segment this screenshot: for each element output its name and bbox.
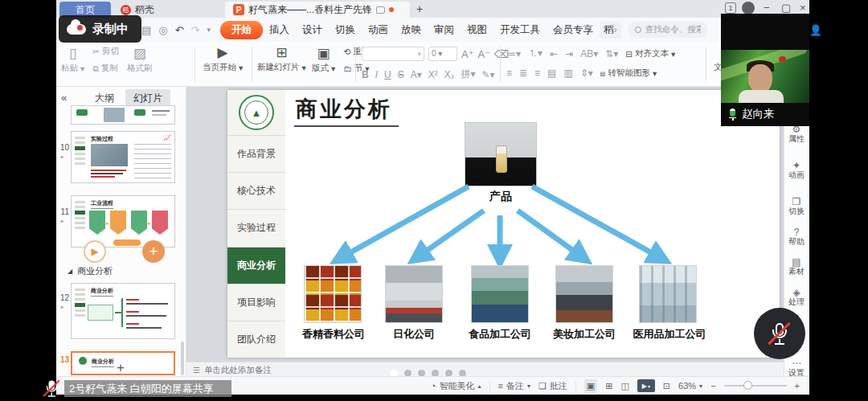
print-preview-icon[interactable]: ◎ [158, 25, 167, 35]
collapse-panel-button[interactable]: « [61, 92, 67, 104]
superscript-button[interactable]: X² [428, 69, 438, 80]
tab-document[interactable]: P 籽气蒸来——...香料生产先锋 [225, 2, 410, 18]
video-call-panel[interactable]: 赵向来 [721, 14, 809, 126]
close-button[interactable]: × [800, 2, 806, 13]
font-size-select[interactable]: 0 ▾ [428, 47, 457, 61]
panel-assets-button[interactable]: ▤ 素材 [784, 257, 809, 276]
layout-button[interactable]: ▣ 版式▾ [312, 47, 335, 74]
slideshow-play-button[interactable]: ▶▾ [637, 379, 655, 392]
outline-tab[interactable]: 大纲 [95, 92, 114, 105]
company-image-fragrance [304, 265, 362, 323]
paste-button[interactable]: ▯ 粘贴▾ [61, 47, 84, 74]
panel-settings-button[interactable]: ⋯ 设置 [784, 358, 809, 377]
redo-icon[interactable]: ↷ [191, 25, 200, 35]
menu-tab-review[interactable]: 审阅 [428, 21, 461, 39]
highlight-button[interactable]: ✎▾ [481, 69, 494, 80]
panel-properties-label: 属性 [784, 134, 809, 143]
slide-sorter-view-button[interactable]: ⊞ [605, 381, 612, 391]
align-center-icon[interactable]: ≣ [519, 68, 527, 79]
decrease-indent-button[interactable]: ⇤ [550, 48, 558, 59]
minimize-button[interactable]: − [764, 2, 770, 13]
menu-tab-devtools[interactable]: 开发工具 [493, 21, 547, 39]
distribute-icon[interactable]: ▥ [563, 68, 572, 79]
decrease-font-icon[interactable]: A⁻ [478, 49, 491, 59]
zoom-slider-knob[interactable] [743, 381, 752, 390]
slide-thumbnail-12[interactable]: 商业分析 [71, 283, 175, 339]
add-slide-float-button[interactable]: + [142, 240, 165, 263]
print-icon[interactable]: ▤ [141, 25, 151, 35]
char-spacing-button[interactable]: ⇅▾ [605, 48, 618, 59]
menu-tab-animation[interactable]: 动画 [362, 21, 395, 39]
customize-qat-chevron-icon[interactable]: ▾ [207, 27, 211, 34]
notes-toggle-button[interactable]: ≡ 备注 ▾ [498, 380, 530, 392]
add-slide-button[interactable]: + [117, 360, 125, 376]
undo-icon[interactable]: ↶ [175, 25, 184, 35]
animation-star-icon: ✦ [784, 161, 809, 170]
text-direction-button[interactable]: AB▾ [580, 48, 598, 59]
reading-view-button[interactable]: ◫ [620, 381, 628, 391]
bold-button[interactable]: B [362, 69, 369, 80]
search-input[interactable]: 查找命令、搜索模板 [628, 22, 708, 38]
increase-font-icon[interactable]: A⁺ [461, 49, 474, 59]
account-avatar[interactable] [742, 2, 755, 14]
panel-process-button[interactable]: ◈ 处理 [784, 288, 809, 306]
numbered-list-button[interactable]: ⒈▾ [528, 47, 542, 60]
panel-help-button[interactable]: ? 帮助 [784, 227, 809, 246]
strikethrough-button[interactable]: S [398, 69, 404, 80]
notification-badge[interactable]: 1 [725, 2, 736, 14]
menu-tab-view[interactable]: 视图 [461, 21, 493, 39]
thumb11-shape4 [152, 211, 168, 235]
align-left-icon[interactable]: ≡ [506, 68, 512, 79]
justify-icon[interactable]: ▤ [547, 68, 556, 79]
smart-beautify-button[interactable]: ◔ 智能美化 ▴ [431, 380, 481, 392]
panel-transition-button[interactable]: ❐ 切换 [784, 197, 809, 215]
line-spacing-icon[interactable]: ⇕▾ [580, 68, 593, 79]
panel-animation-button[interactable]: ✦ 动画 [784, 161, 809, 179]
video-feed [721, 50, 809, 103]
mute-microphone-button[interactable] [754, 308, 805, 359]
phonetic-guide-button[interactable]: 拼▾ [461, 68, 475, 81]
new-slide-button[interactable]: ⊞ 新建幻灯片▾ [257, 46, 306, 73]
normal-view-button[interactable]: ▣ [584, 379, 597, 393]
menu-tab-slideshow[interactable]: 放映 [395, 21, 428, 39]
menu-tab-member[interactable]: 会员专享 [547, 21, 600, 39]
slide-thumbnail-9[interactable] [71, 105, 175, 125]
annotation-button[interactable]: ❏ 批注 [538, 380, 567, 392]
zoom-out-button[interactable]: − [710, 381, 715, 391]
share-collaborate-icon[interactable]: 👤 [809, 25, 822, 35]
cut-button[interactable]: ✂ 剪切 [92, 46, 119, 57]
menu-tab-start[interactable]: 开始 [220, 21, 263, 39]
zoom-in-button[interactable]: + [795, 381, 800, 391]
align-text-button[interactable]: ⊟ 对齐文本▾ [625, 48, 675, 59]
panel-properties-button[interactable]: ⚙ 属性 [784, 125, 809, 143]
menu-tab-design[interactable]: 设计 [296, 21, 329, 39]
thumb-play-button[interactable]: ▶ [84, 240, 106, 263]
underline-button[interactable]: U [384, 69, 391, 80]
notes-bar[interactable]: ☰ 单击此处添加备注 [186, 362, 784, 376]
font-family-select[interactable]: ▾ [362, 47, 424, 61]
bullet-list-button[interactable]: ≔▾ [506, 48, 521, 59]
zoom-level[interactable]: 63% ▾ [678, 381, 702, 391]
play-from-current-button[interactable]: ▶ 当页开始▾ [203, 46, 243, 73]
format-painter-button[interactable]: ▨ 格式刷 [127, 47, 153, 74]
font-color-button[interactable]: A▾ [411, 69, 422, 80]
italic-button[interactable]: I [375, 69, 378, 80]
slide-thumbnail-11[interactable]: 工业流程 ▸ ▸ [71, 195, 175, 248]
recording-indicator[interactable]: 录制中 [59, 15, 141, 43]
align-right-icon[interactable]: ≡ [534, 68, 540, 79]
new-tab-button[interactable]: + [416, 2, 423, 15]
slide-thumbnail-10[interactable]: 实验过程 📈 [71, 131, 175, 183]
menu-tab-insert[interactable]: 插入 [263, 21, 296, 39]
section-header[interactable]: ◢ 商业分析 [68, 265, 113, 277]
copy-button[interactable]: ⧉ 复制 [92, 63, 119, 74]
zoom-slider[interactable] [724, 385, 787, 387]
subscript-button[interactable]: X₂ [444, 69, 455, 80]
increase-indent-button[interactable]: ⇥ [565, 48, 573, 59]
fit-slide-icon[interactable]: ⊡ [663, 381, 670, 391]
convert-smartart-button[interactable]: ⧈ 转智能图形▾ [600, 68, 657, 79]
recording-label: 录制中 [92, 22, 129, 37]
menu-tab-transition[interactable]: 切换 [329, 21, 362, 39]
restore-button[interactable]: ▢ [781, 2, 791, 13]
menu-tab-docer-resource[interactable]: 稻› [600, 22, 621, 39]
panel-scrollbar[interactable] [181, 342, 184, 375]
